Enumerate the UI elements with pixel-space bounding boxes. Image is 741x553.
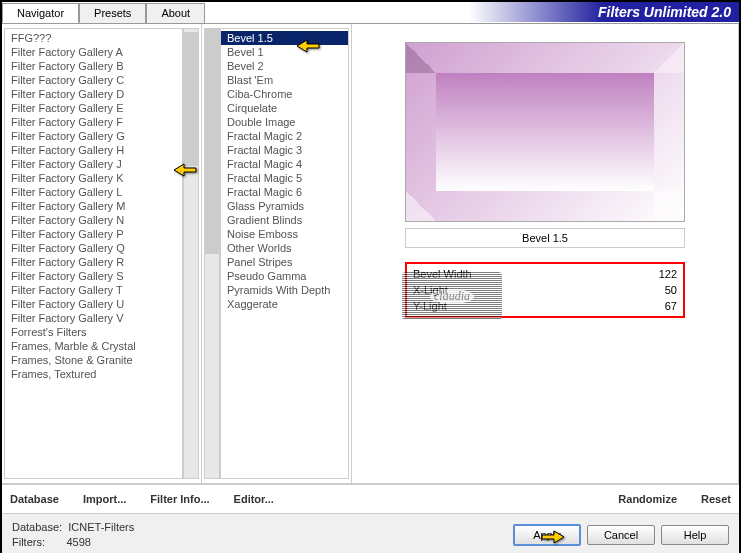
tabs: Navigator Presets About bbox=[2, 3, 205, 23]
footer: Database: ICNET-Filters Filters: 4598 Ap… bbox=[2, 514, 739, 553]
list-item[interactable]: Filter Factory Gallery S bbox=[5, 269, 182, 283]
preview-panel: Bevel 1.5 Bevel Width 122 X-Light 50 Y-L… bbox=[352, 24, 739, 483]
preview-image bbox=[405, 42, 685, 222]
list-item[interactable]: Fractal Magic 6 bbox=[221, 185, 348, 199]
tab-navigator[interactable]: Navigator bbox=[2, 3, 79, 23]
import-button[interactable]: Import... bbox=[83, 491, 126, 507]
list-item[interactable]: Cirquelate bbox=[221, 101, 348, 115]
list-item[interactable]: Fractal Magic 5 bbox=[221, 171, 348, 185]
list-item[interactable]: Filter Factory Gallery N bbox=[5, 213, 182, 227]
list-item[interactable]: Fractal Magic 4 bbox=[221, 157, 348, 171]
list-item[interactable]: Pyramids With Depth bbox=[221, 283, 348, 297]
pointer-icon bbox=[540, 525, 566, 545]
list-item[interactable]: Filter Factory Gallery U bbox=[5, 297, 182, 311]
app-title: Filters Unlimited 2.0 bbox=[469, 2, 739, 22]
list-item[interactable]: Bevel 2 bbox=[221, 59, 348, 73]
tab-presets[interactable]: Presets bbox=[79, 3, 146, 23]
category-panel: FFG???Filter Factory Gallery AFilter Fac… bbox=[2, 24, 202, 483]
list-item[interactable]: Filter Factory Gallery L bbox=[5, 185, 182, 199]
pointer-icon bbox=[172, 158, 198, 178]
editor-button[interactable]: Editor... bbox=[234, 491, 274, 507]
list-item[interactable]: Noise Emboss bbox=[221, 227, 348, 241]
list-item[interactable]: Glass Pyramids bbox=[221, 199, 348, 213]
list-item[interactable]: Filter Factory Gallery C bbox=[5, 73, 182, 87]
list-item[interactable]: Frames, Stone & Granite bbox=[5, 353, 182, 367]
list-item[interactable]: FFG??? bbox=[5, 31, 182, 45]
list-item[interactable]: Forrest's Filters bbox=[5, 325, 182, 339]
scroll-thumb[interactable] bbox=[205, 29, 219, 254]
list-item[interactable]: Filter Factory Gallery M bbox=[5, 199, 182, 213]
list-item[interactable]: Filter Factory Gallery E bbox=[5, 101, 182, 115]
list-item[interactable]: Gradient Blinds bbox=[221, 213, 348, 227]
list-item[interactable]: Fractal Magic 3 bbox=[221, 143, 348, 157]
list-item[interactable]: Other Worlds bbox=[221, 241, 348, 255]
list-item[interactable]: Filter Factory Gallery J bbox=[5, 157, 182, 171]
scroll-thumb[interactable] bbox=[184, 32, 198, 167]
list-item[interactable]: Filter Factory Gallery D bbox=[5, 87, 182, 101]
category-list[interactable]: FFG???Filter Factory Gallery AFilter Fac… bbox=[4, 28, 183, 479]
pointer-icon bbox=[295, 34, 321, 54]
category-scrollbar[interactable] bbox=[183, 28, 199, 479]
randomize-button[interactable]: Randomize bbox=[618, 491, 677, 507]
app-window: Navigator Presets About Filters Unlimite… bbox=[0, 0, 741, 553]
toolbar: Database Import... Filter Info... Editor… bbox=[2, 484, 739, 514]
db-info: Database: ICNET-Filters Filters: 4598 bbox=[12, 520, 134, 551]
list-item[interactable]: Filter Factory Gallery B bbox=[5, 59, 182, 73]
database-button[interactable]: Database bbox=[10, 491, 59, 507]
help-button[interactable]: Help bbox=[661, 525, 729, 545]
list-item[interactable]: Filter Factory Gallery V bbox=[5, 311, 182, 325]
list-item[interactable]: Double Image bbox=[221, 115, 348, 129]
list-item[interactable]: Filter Factory Gallery H bbox=[5, 143, 182, 157]
list-item[interactable]: Frames, Textured bbox=[5, 367, 182, 381]
filter-panel: Bevel 1.5Bevel 1Bevel 2Blast 'EmCiba-Chr… bbox=[202, 24, 352, 483]
list-item[interactable]: Bevel 1 bbox=[221, 45, 348, 59]
list-item[interactable]: Filter Factory Gallery Q bbox=[5, 241, 182, 255]
list-item[interactable]: Filter Factory Gallery G bbox=[5, 129, 182, 143]
filter-info-button[interactable]: Filter Info... bbox=[150, 491, 209, 507]
list-item[interactable]: Filter Factory Gallery P bbox=[5, 227, 182, 241]
list-item[interactable]: Ciba-Chrome bbox=[221, 87, 348, 101]
list-item[interactable]: Filter Factory Gallery R bbox=[5, 255, 182, 269]
list-item[interactable]: Xaggerate bbox=[221, 297, 348, 311]
param-value: 50 bbox=[665, 284, 677, 296]
list-item[interactable]: Pseudo Gamma bbox=[221, 269, 348, 283]
list-item[interactable]: Filter Factory Gallery A bbox=[5, 45, 182, 59]
tab-about[interactable]: About bbox=[146, 3, 205, 23]
list-item[interactable]: Filter Factory Gallery T bbox=[5, 283, 182, 297]
list-item[interactable]: Bevel 1.5 bbox=[221, 31, 348, 45]
watermark: claudia bbox=[402, 272, 502, 320]
filter-list[interactable]: Bevel 1.5Bevel 1Bevel 2Blast 'EmCiba-Chr… bbox=[220, 28, 349, 479]
list-item[interactable]: Fractal Magic 2 bbox=[221, 129, 348, 143]
main: FFG???Filter Factory Gallery AFilter Fac… bbox=[2, 24, 739, 484]
list-item[interactable]: Panel Stripes bbox=[221, 255, 348, 269]
reset-button[interactable]: Reset bbox=[701, 491, 731, 507]
filter-scrollbar[interactable] bbox=[204, 28, 220, 479]
list-item[interactable]: Filter Factory Gallery K bbox=[5, 171, 182, 185]
param-value: 67 bbox=[665, 300, 677, 312]
param-value: 122 bbox=[659, 268, 677, 280]
list-item[interactable]: Filter Factory Gallery F bbox=[5, 115, 182, 129]
list-item[interactable]: Frames, Marble & Crystal bbox=[5, 339, 182, 353]
header: Navigator Presets About Filters Unlimite… bbox=[2, 2, 739, 24]
cancel-button[interactable]: Cancel bbox=[587, 525, 655, 545]
filter-name-label: Bevel 1.5 bbox=[405, 228, 685, 248]
list-item[interactable]: Blast 'Em bbox=[221, 73, 348, 87]
